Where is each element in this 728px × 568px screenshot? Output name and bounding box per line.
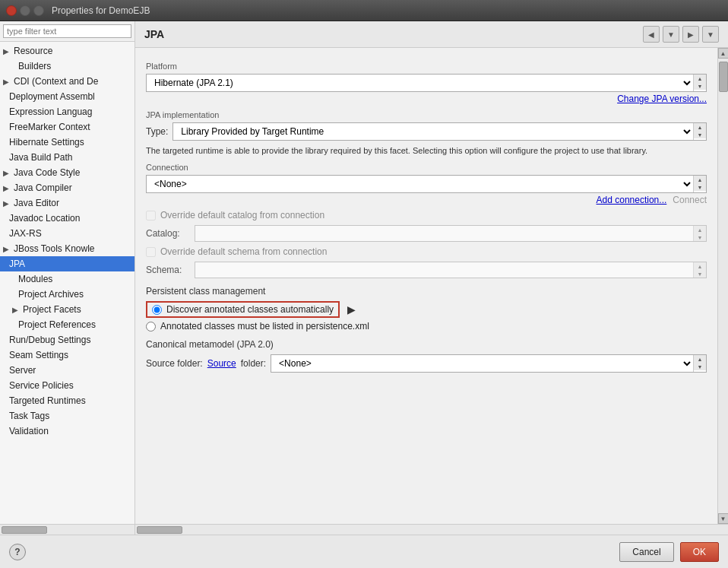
connection-label: Connection: [146, 163, 707, 172]
add-connection-link[interactable]: Add connection...: [597, 195, 667, 205]
source-folder-spin-down[interactable]: ▼: [694, 363, 706, 370]
sidebar-item-label: Run/Debug Settings: [9, 335, 90, 345]
type-select-container: Library Provided by Target Runtime ▲ ▼: [173, 122, 707, 141]
platform-spin-up[interactable]: ▲: [694, 75, 706, 82]
source-folder-link[interactable]: Source: [207, 358, 236, 369]
sidebar-item-service-policies[interactable]: Service Policies: [0, 378, 135, 393]
sidebar-item-resource[interactable]: ▶Resource: [0, 43, 135, 59]
sidebar-item-javadoc[interactable]: Javadoc Location: [0, 211, 135, 226]
sidebar-item-project-facets[interactable]: ▶Project Facets: [0, 302, 135, 317]
sidebar: ▶ResourceBuilders▶CDI (Context and DeDep…: [0, 21, 135, 535]
radio-listed[interactable]: [146, 322, 156, 332]
help-button[interactable]: ?: [9, 544, 26, 560]
schema-spin-down[interactable]: ▼: [694, 270, 706, 278]
source-folder-spin-up[interactable]: ▲: [694, 355, 706, 363]
sidebar-item-label: Hibernate Settings: [9, 137, 84, 148]
platform-spin-down[interactable]: ▼: [694, 82, 706, 90]
sidebar-item-run-debug[interactable]: Run/Debug Settings: [0, 332, 135, 347]
sidebar-item-server[interactable]: Server: [0, 363, 135, 378]
sidebar-item-label: Modules: [18, 274, 52, 284]
dropdown-back-button[interactable]: ▼: [663, 26, 679, 43]
sidebar-item-label: Server: [9, 365, 36, 376]
connection-select-container: <None> ▲ ▼: [146, 175, 707, 193]
sidebar-item-label: Java Editor: [14, 198, 59, 208]
catalog-spin-down[interactable]: ▼: [694, 233, 706, 241]
metamodel-heading: Canonical metamodel (JPA 2.0): [146, 339, 707, 350]
catalog-row: Catalog: ▲ ▼: [146, 225, 707, 242]
connection-select[interactable]: <None>: [147, 176, 693, 192]
type-label: Type:: [146, 126, 168, 137]
radio-discover[interactable]: [152, 305, 162, 315]
ok-button[interactable]: OK: [680, 542, 719, 562]
sidebar-item-project-archives[interactable]: Project Archives: [0, 287, 135, 302]
maximize-button[interactable]: [33, 5, 44, 16]
type-select[interactable]: Library Provided by Target Runtime: [173, 123, 693, 140]
sidebar-item-java-editor[interactable]: ▶Java Editor: [0, 195, 135, 211]
sidebar-item-java-build-path[interactable]: Java Build Path: [0, 150, 135, 165]
sidebar-item-label: Project Facets: [23, 304, 81, 315]
sidebar-h-scroll-thumb[interactable]: [2, 526, 47, 534]
sidebar-item-label: Java Compiler: [14, 182, 72, 193]
sidebar-bottom-scrollbar[interactable]: [0, 524, 135, 535]
catalog-spin-up[interactable]: ▲: [694, 226, 706, 233]
source-folder-select[interactable]: <None>: [271, 355, 693, 372]
sidebar-item-jax-rs[interactable]: JAX-RS: [0, 226, 135, 241]
sidebar-item-jboss-tools[interactable]: ▶JBoss Tools Knowle: [0, 241, 135, 256]
override-catalog-checkbox[interactable]: [146, 211, 156, 221]
schema-spin-up[interactable]: ▲: [694, 262, 706, 270]
forward-button[interactable]: ▶: [682, 26, 699, 43]
info-text: The targeted runtime is able to provide …: [146, 145, 707, 157]
sidebar-item-cdi[interactable]: ▶CDI (Context and De: [0, 74, 135, 89]
sidebar-item-task-tags[interactable]: Task Tags: [0, 408, 135, 424]
scroll-up-btn[interactable]: ▲: [718, 48, 729, 59]
sidebar-item-seam[interactable]: Seam Settings: [0, 347, 135, 363]
minimize-button[interactable]: [20, 5, 30, 16]
sidebar-item-hibernate[interactable]: Hibernate Settings: [0, 135, 135, 150]
override-catalog-label: Override default catalog from connection: [160, 210, 324, 221]
back-button[interactable]: ◀: [643, 26, 660, 43]
override-schema-checkbox[interactable]: [146, 247, 156, 257]
schema-row: Schema: ▲ ▼: [146, 262, 707, 278]
scroll-down-btn[interactable]: ▼: [718, 513, 729, 524]
sidebar-item-jpa[interactable]: JPA: [0, 256, 135, 271]
sidebar-item-java-compiler[interactable]: ▶Java Compiler: [0, 180, 135, 195]
sidebar-item-freemarker[interactable]: FreeMarker Context: [0, 119, 135, 135]
scrollbar-track[interactable]: [718, 59, 729, 513]
connection-spin-up[interactable]: ▲: [694, 176, 706, 183]
sidebar-item-java-code-style[interactable]: ▶Java Code Style: [0, 165, 135, 180]
content-bottom-scrollbar[interactable]: [135, 524, 728, 535]
sidebar-item-expression[interactable]: Expression Languag: [0, 104, 135, 119]
sidebar-item-deployment[interactable]: Deployment Assembl: [0, 89, 135, 104]
content-header: JPA ◀ ▼ ▶ ▼: [135, 21, 728, 48]
sidebar-item-label: Task Tags: [9, 411, 49, 421]
type-spin-down[interactable]: ▼: [694, 131, 706, 138]
sidebar-item-label: JBoss Tools Knowle: [14, 243, 95, 254]
scrollbar-thumb[interactable]: [719, 62, 728, 92]
sidebar-item-project-references[interactable]: Project References: [0, 317, 135, 332]
sidebar-item-label: FreeMarker Context: [9, 122, 90, 132]
platform-select[interactable]: Hibernate (JPA 2.1): [147, 75, 693, 91]
right-scrollbar[interactable]: ▲ ▼: [717, 48, 728, 524]
connection-spin-down[interactable]: ▼: [694, 183, 706, 191]
arrow-icon: ▶: [3, 184, 11, 192]
sidebar-item-validation[interactable]: Validation: [0, 424, 135, 439]
type-spin-up[interactable]: ▲: [694, 123, 706, 131]
sidebar-item-modules[interactable]: Modules: [0, 271, 135, 287]
title-bar: Properties for DemoEJB: [0, 0, 728, 21]
change-jpa-link[interactable]: Change JPA version...: [146, 94, 707, 104]
content-title: JPA: [144, 28, 164, 40]
cancel-button[interactable]: Cancel: [619, 542, 673, 562]
catalog-input[interactable]: [195, 226, 693, 241]
window-controls[interactable]: [6, 5, 44, 16]
platform-label: Platform: [146, 62, 707, 71]
footer-right: Cancel OK: [619, 542, 719, 562]
content-h-scroll-thumb[interactable]: [137, 526, 182, 534]
dropdown-forward-button[interactable]: ▼: [702, 26, 719, 43]
schema-input[interactable]: [195, 262, 693, 278]
sidebar-item-builders[interactable]: Builders: [0, 59, 135, 74]
catalog-label: Catalog:: [146, 228, 191, 239]
close-button[interactable]: [6, 5, 17, 16]
filter-input[interactable]: [3, 24, 131, 38]
sidebar-item-targeted-runtimes[interactable]: Targeted Runtimes: [0, 393, 135, 408]
connect-link[interactable]: Connect: [673, 195, 707, 205]
